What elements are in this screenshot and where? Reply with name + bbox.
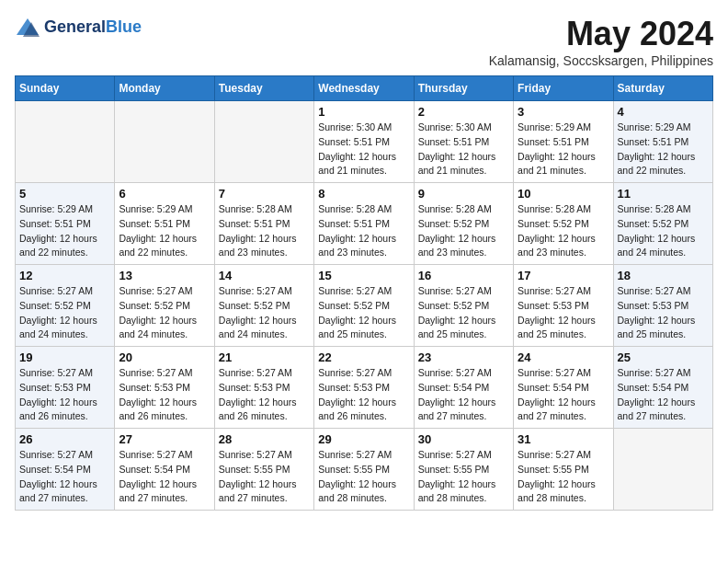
day-cell: 27Sunrise: 5:27 AMSunset: 5:54 PMDayligh… (115, 429, 214, 511)
day-number: 21 (219, 350, 310, 364)
day-info: Sunrise: 5:27 AMSunset: 5:55 PMDaylight:… (318, 448, 409, 506)
day-info: Sunrise: 5:27 AMSunset: 5:52 PMDaylight:… (219, 284, 310, 342)
day-cell: 26Sunrise: 5:27 AMSunset: 5:54 PMDayligh… (16, 429, 115, 511)
day-number: 24 (518, 350, 609, 364)
day-info: Sunrise: 5:28 AMSunset: 5:51 PMDaylight:… (318, 202, 409, 260)
day-cell: 24Sunrise: 5:27 AMSunset: 5:54 PMDayligh… (514, 347, 613, 429)
day-info: Sunrise: 5:28 AMSunset: 5:52 PMDaylight:… (618, 202, 709, 260)
day-number: 29 (318, 432, 409, 446)
day-cell: 12Sunrise: 5:27 AMSunset: 5:52 PMDayligh… (16, 265, 115, 347)
day-number: 4 (618, 105, 709, 119)
day-number: 30 (418, 432, 509, 446)
day-number: 31 (518, 432, 609, 446)
day-info: Sunrise: 5:27 AMSunset: 5:54 PMDaylight:… (19, 448, 110, 506)
day-info: Sunrise: 5:30 AMSunset: 5:51 PMDaylight:… (418, 121, 509, 178)
day-number: 1 (318, 105, 409, 119)
day-number: 28 (219, 432, 310, 446)
day-cell: 10Sunrise: 5:28 AMSunset: 5:52 PMDayligh… (514, 183, 613, 265)
title-block: May 2024 Kalamansig, Soccsksargen, Phili… (489, 15, 713, 68)
day-number: 9 (418, 187, 509, 201)
day-info: Sunrise: 5:28 AMSunset: 5:52 PMDaylight:… (518, 202, 609, 260)
day-cell: 19Sunrise: 5:27 AMSunset: 5:53 PMDayligh… (16, 347, 115, 429)
day-info: Sunrise: 5:29 AMSunset: 5:51 PMDaylight:… (518, 121, 609, 178)
week-row-4: 19Sunrise: 5:27 AMSunset: 5:53 PMDayligh… (16, 347, 713, 429)
col-header-monday: Monday (115, 76, 214, 101)
logo-icon (15, 15, 40, 40)
calendar-table: SundayMondayTuesdayWednesdayThursdayFrid… (15, 75, 713, 511)
day-info: Sunrise: 5:27 AMSunset: 5:55 PMDaylight:… (518, 448, 609, 506)
day-info: Sunrise: 5:27 AMSunset: 5:55 PMDaylight:… (418, 448, 509, 506)
day-number: 14 (219, 269, 310, 282)
day-cell: 7Sunrise: 5:28 AMSunset: 5:51 PMDaylight… (214, 183, 313, 265)
day-info: Sunrise: 5:27 AMSunset: 5:54 PMDaylight:… (618, 366, 709, 424)
day-number: 2 (418, 105, 509, 119)
day-number: 20 (119, 350, 210, 364)
day-info: Sunrise: 5:29 AMSunset: 5:51 PMDaylight:… (19, 202, 110, 260)
day-cell: 21Sunrise: 5:27 AMSunset: 5:53 PMDayligh… (214, 347, 313, 429)
day-info: Sunrise: 5:27 AMSunset: 5:54 PMDaylight:… (119, 448, 210, 506)
day-info: Sunrise: 5:27 AMSunset: 5:52 PMDaylight:… (119, 284, 210, 342)
day-cell: 15Sunrise: 5:27 AMSunset: 5:52 PMDayligh… (314, 265, 414, 347)
day-cell: 16Sunrise: 5:27 AMSunset: 5:52 PMDayligh… (414, 265, 513, 347)
day-info: Sunrise: 5:29 AMSunset: 5:51 PMDaylight:… (618, 121, 709, 178)
col-header-tuesday: Tuesday (214, 76, 313, 101)
day-cell: 20Sunrise: 5:27 AMSunset: 5:53 PMDayligh… (115, 347, 214, 429)
day-number: 3 (518, 105, 609, 119)
logo-line2: Blue (106, 17, 142, 36)
day-cell: 30Sunrise: 5:27 AMSunset: 5:55 PMDayligh… (414, 429, 513, 511)
day-number: 25 (618, 350, 709, 364)
day-info: Sunrise: 5:27 AMSunset: 5:52 PMDaylight:… (19, 284, 110, 342)
day-info: Sunrise: 5:29 AMSunset: 5:51 PMDaylight:… (119, 202, 210, 260)
col-header-friday: Friday (514, 76, 613, 101)
logo-line1: General (44, 17, 106, 36)
day-number: 8 (318, 187, 409, 201)
day-info: Sunrise: 5:28 AMSunset: 5:51 PMDaylight:… (219, 202, 310, 260)
day-info: Sunrise: 5:28 AMSunset: 5:52 PMDaylight:… (418, 202, 509, 260)
page-header: GeneralBlue May 2024 Kalamansig, Soccsks… (15, 15, 713, 68)
day-cell: 2Sunrise: 5:30 AMSunset: 5:51 PMDaylight… (414, 101, 513, 183)
logo: GeneralBlue (15, 15, 142, 40)
day-cell: 31Sunrise: 5:27 AMSunset: 5:55 PMDayligh… (514, 429, 613, 511)
day-cell: 25Sunrise: 5:27 AMSunset: 5:54 PMDayligh… (613, 347, 712, 429)
day-number: 26 (19, 432, 110, 446)
day-cell: 23Sunrise: 5:27 AMSunset: 5:54 PMDayligh… (414, 347, 513, 429)
week-row-1: 1Sunrise: 5:30 AMSunset: 5:51 PMDaylight… (16, 101, 713, 183)
day-cell: 18Sunrise: 5:27 AMSunset: 5:53 PMDayligh… (613, 265, 712, 347)
day-cell: 4Sunrise: 5:29 AMSunset: 5:51 PMDaylight… (613, 101, 712, 183)
col-header-thursday: Thursday (414, 76, 513, 101)
day-cell: 17Sunrise: 5:27 AMSunset: 5:53 PMDayligh… (514, 265, 613, 347)
day-cell (613, 429, 712, 511)
day-number: 7 (219, 187, 310, 201)
week-row-2: 5Sunrise: 5:29 AMSunset: 5:51 PMDaylight… (16, 183, 713, 265)
day-info: Sunrise: 5:30 AMSunset: 5:51 PMDaylight:… (318, 121, 409, 178)
day-number: 11 (618, 187, 709, 201)
day-number: 17 (518, 269, 609, 282)
day-number: 16 (418, 269, 509, 282)
day-number: 10 (518, 187, 609, 201)
calendar-header-row: SundayMondayTuesdayWednesdayThursdayFrid… (16, 76, 713, 101)
day-number: 23 (418, 350, 509, 364)
day-number: 5 (19, 187, 110, 201)
day-number: 22 (318, 350, 409, 364)
day-cell: 22Sunrise: 5:27 AMSunset: 5:53 PMDayligh… (314, 347, 414, 429)
day-info: Sunrise: 5:27 AMSunset: 5:53 PMDaylight:… (618, 284, 709, 342)
day-number: 18 (618, 269, 709, 282)
day-info: Sunrise: 5:27 AMSunset: 5:53 PMDaylight:… (19, 366, 110, 424)
day-number: 13 (119, 269, 210, 282)
day-number: 15 (318, 269, 409, 282)
day-cell: 5Sunrise: 5:29 AMSunset: 5:51 PMDaylight… (16, 183, 115, 265)
col-header-sunday: Sunday (16, 76, 115, 101)
col-header-wednesday: Wednesday (314, 76, 414, 101)
day-info: Sunrise: 5:27 AMSunset: 5:54 PMDaylight:… (518, 366, 609, 424)
day-info: Sunrise: 5:27 AMSunset: 5:52 PMDaylight:… (418, 284, 509, 342)
day-cell (16, 101, 115, 183)
day-cell: 6Sunrise: 5:29 AMSunset: 5:51 PMDaylight… (115, 183, 214, 265)
week-row-5: 26Sunrise: 5:27 AMSunset: 5:54 PMDayligh… (16, 429, 713, 511)
day-number: 12 (19, 269, 110, 282)
day-number: 19 (19, 350, 110, 364)
day-cell: 29Sunrise: 5:27 AMSunset: 5:55 PMDayligh… (314, 429, 414, 511)
location-subtitle: Kalamansig, Soccsksargen, Philippines (489, 53, 713, 68)
day-cell: 1Sunrise: 5:30 AMSunset: 5:51 PMDaylight… (314, 101, 414, 183)
day-cell: 3Sunrise: 5:29 AMSunset: 5:51 PMDaylight… (514, 101, 613, 183)
day-cell: 28Sunrise: 5:27 AMSunset: 5:55 PMDayligh… (214, 429, 313, 511)
